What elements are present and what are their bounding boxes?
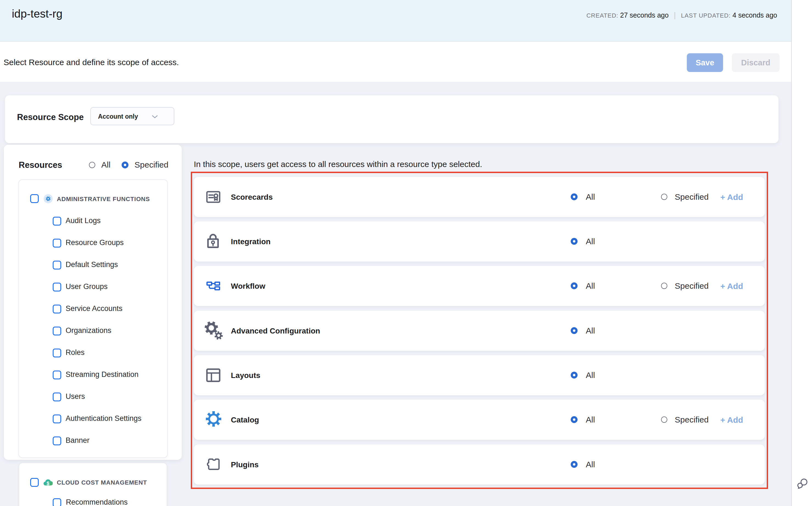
svg-text:$: $: [47, 481, 49, 486]
